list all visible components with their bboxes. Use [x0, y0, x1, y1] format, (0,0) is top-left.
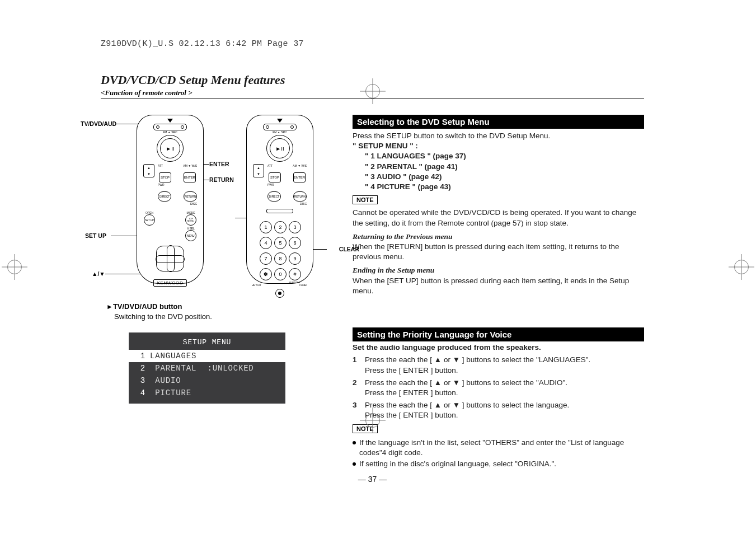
num-8: 8 [274, 252, 287, 265]
amws-label: AM ▼ W/S [183, 164, 197, 167]
led-icon [275, 289, 284, 298]
num-0: 0 [274, 268, 287, 280]
lang-note-bullet-2: If setting in the disc's original langua… [353, 459, 644, 469]
num-7: 7 [260, 252, 272, 265]
src-rocker [153, 124, 187, 130]
leader-line [313, 249, 327, 250]
bullet-icon [353, 441, 356, 444]
crop-mark-icon [360, 407, 386, 433]
returning-body: When the [RETURN] button is pressed duri… [353, 242, 644, 262]
note-body: Cannot be operated while the DVD/VCD/CD … [353, 208, 644, 228]
lang-step-1: 1Press the each the [ ▲ or ▼ ] buttons t… [353, 355, 644, 375]
setup-round-button: SET UP [144, 214, 155, 226]
num-5: 5 [274, 237, 287, 249]
disc-label: DISC [267, 202, 307, 205]
ending-body: When the [SET UP] button is pressed duri… [353, 276, 644, 296]
num-3: 3 [289, 221, 301, 233]
src-label: FM ▲ SRC [247, 130, 313, 134]
num-9: 9 [289, 252, 301, 265]
tvd-heading: TV/DVD/AUD button [113, 302, 182, 311]
vol-rocker: ▲▼ [143, 164, 154, 177]
setup-menu-item-3: " 3 AUDIO " (page 42) [365, 172, 442, 181]
crop-mark-icon [2, 254, 27, 280]
direct-button: DIRECT [267, 191, 281, 202]
return-button: RETURN [293, 191, 307, 202]
nav-dpad [156, 246, 184, 271]
lang-lead: Set the audio language produced from the… [353, 343, 541, 352]
osd-item-audio: 3 AUDIO [129, 374, 285, 387]
stop-button: STOP [159, 172, 171, 182]
triangle-down-icon [167, 119, 173, 123]
topmenu-button: TOPMENU [185, 214, 196, 226]
sublabel-avout: AV OUT [252, 284, 261, 287]
setup-menu-item-4: " 4 PICTURE " (page 43) [365, 182, 451, 191]
pwr-label: PWR [158, 183, 197, 186]
src-label: FM ▲ SRC [137, 130, 203, 134]
lang-step-2: 2Press the each the [ ▲ or ▼ ] buttons t… [353, 378, 644, 398]
open-label: OPEN [144, 211, 155, 214]
callout-clear: CLEAR [339, 246, 359, 252]
remote-numeric-side: FM ▲ SRC ►ıı ▲▼ ATTAM ▼ W/S STOPENTER PW… [246, 115, 313, 284]
vsel-label: V.SEL [185, 227, 196, 230]
sublabel-subtitle: SUBTITLE [289, 281, 300, 284]
vol-rocker: ▲▼ [253, 164, 264, 177]
selecting-intro: Press the SETUP button to switch to the … [353, 131, 644, 141]
flip-indicator [266, 209, 293, 213]
stop-button: STOP [269, 172, 281, 182]
disc-label: DISC [158, 202, 197, 205]
return-button: RETURN [184, 191, 197, 202]
triangle-down-icon [277, 119, 283, 123]
returning-heading: Returning to the Previous menu [353, 232, 644, 242]
direct-button: DIRECT [158, 191, 171, 202]
crop-mark-icon [729, 254, 754, 280]
setup-menu-label: " SETUP MENU " : [353, 142, 418, 150]
mode-label: MODE [185, 211, 196, 214]
page-number: — 37 — [101, 475, 644, 484]
att-label: ATT [158, 164, 163, 167]
callout-return: RETURN [209, 176, 234, 183]
num-2: 2 [274, 221, 287, 233]
callout-enter: ENTER [209, 161, 229, 167]
numeric-keypad: 1 2 3 4 5 6 7 8 9 ✽ 0 # [247, 221, 313, 280]
osd-item-languages: 1 LANGUAGES [129, 350, 285, 362]
setup-menu-item-1: " 1 LANGUAGES " (page 37) [365, 152, 466, 160]
osd-title: SETUP MENU [129, 338, 285, 346]
sublabel-clear: CLEAR [299, 284, 307, 287]
enter-button: ENTER [293, 172, 306, 182]
osd-item-picture: 4 PICTURE [129, 387, 285, 399]
left-column: TV/DVD/AUD ENTER RETURN SET UP ▲/▼ 0 - 9… [101, 115, 335, 469]
bullet-icon [353, 462, 356, 466]
play-pause-icon: ►ıı [275, 146, 284, 152]
tvd-body: Switching to the DVD position. [114, 312, 212, 322]
tvd-aux-section: ►TV/DVD/AUD button Switching to the DVD … [106, 302, 335, 321]
brand-badge: KENWOOD [153, 279, 187, 287]
num-1: 1 [260, 221, 272, 233]
num-star: ✽ [260, 268, 272, 280]
lang-step-3: 3Press the each the [ ▲ or ▼ ] buttons t… [353, 400, 644, 420]
right-column: Selecting to the DVD Setup Menu Press th… [353, 115, 644, 469]
menu-button: MENU [185, 230, 196, 241]
callout-tvdvdaud: TV/DVD/AUD [81, 120, 116, 127]
leader-line [116, 124, 139, 124]
att-label: ATT [267, 164, 273, 167]
play-pause-icon: ►ıı [166, 146, 174, 152]
lang-note-bullet-1: If the language isn't in the list, selec… [353, 438, 644, 458]
enter-button: ENTER [184, 172, 196, 182]
src-rocker [263, 124, 297, 130]
osd-item-parental: 2 PARENTAL :UNLOCKED [129, 362, 285, 374]
setup-menu-osd: SETUP MENU 1 LANGUAGES 2 PARENTAL :UNLOC… [129, 332, 285, 404]
note-badge: NOTE [353, 195, 378, 204]
num-hash: # [289, 268, 301, 280]
ending-heading: Ending in the Setup menu [353, 265, 644, 275]
remote-front: FM ▲ SRC ►ıı ▲▼ ATTAM ▼ W/S STOPENTER PW… [137, 115, 204, 284]
play-icon: ► [106, 303, 113, 311]
num-6: 6 [289, 237, 301, 249]
manual-page: Z910DVD(K)_U.S 02.12.13 6:42 PM Page 37 … [0, 0, 756, 534]
pwr-label: PWR [267, 183, 307, 186]
jog-ring: ►ıı [157, 135, 184, 162]
section-bar-selecting: Selecting to the DVD Setup Menu [353, 115, 644, 129]
num-4: 4 [260, 237, 272, 249]
section-bar-language: Setting the Priority Language for Voice [353, 327, 644, 341]
amws-label: AM ▼ W/S [293, 164, 307, 167]
callout-updown: ▲/▼ [92, 270, 105, 277]
